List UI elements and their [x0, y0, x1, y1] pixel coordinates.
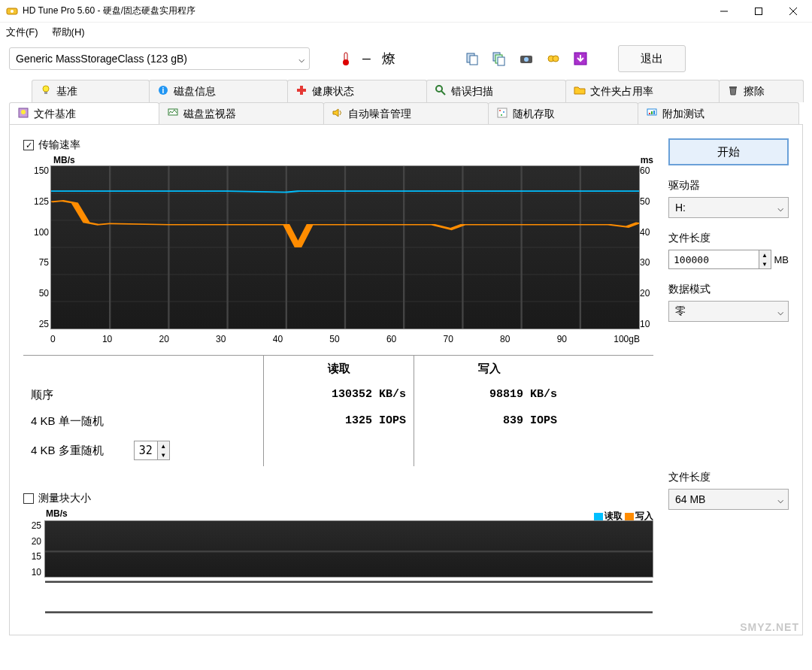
- chart-ylabel-left: MB/s: [53, 155, 75, 165]
- exit-button[interactable]: 退出: [618, 45, 686, 72]
- results-table: 读取 写入 顺序 130352 KB/s 98819 KB/s 4 KB 单一随…: [23, 355, 653, 466]
- filelen-spinner[interactable]: 100000 ▲▼: [668, 250, 771, 269]
- svg-point-16: [553, 56, 559, 62]
- folder-icon: [574, 84, 586, 99]
- tab-plus[interactable]: 健康状态: [287, 80, 427, 102]
- copy-all-icon[interactable]: [489, 48, 510, 69]
- tab-speaker[interactable]: 自动噪音管理: [323, 102, 489, 125]
- seq-read-value: 130352 KB/s: [264, 382, 414, 408]
- read-header: 读取: [264, 356, 414, 382]
- drive-select[interactable]: Generic MassStorageClass (123 gB) ⌵: [9, 47, 310, 70]
- temperature-icon[interactable]: [335, 48, 356, 69]
- svg-point-7: [343, 59, 349, 65]
- svg-text:i: i: [162, 86, 164, 95]
- drive-select-value: Generic MassStorageClass (123 gB): [16, 53, 187, 65]
- dropdown-icon: ⌵: [777, 305, 783, 317]
- tab-row-1: 基准i磁盘信息健康状态错误扫描文件夹占用率擦除: [32, 80, 803, 102]
- tab-folder[interactable]: 文件夹占用率: [565, 80, 720, 102]
- drive-letter-select[interactable]: H:⌵: [668, 197, 789, 218]
- maximize-button[interactable]: [741, 0, 776, 23]
- svg-rect-37: [653, 111, 655, 114]
- svg-line-25: [441, 91, 445, 95]
- dropdown-icon: ⌵: [298, 53, 304, 65]
- tab-bulb[interactable]: 基准: [32, 80, 150, 102]
- info-icon: i: [157, 84, 169, 99]
- rand4k-write-value: 839 IOPS: [414, 408, 565, 435]
- block-size-checkbox[interactable]: 测量块大小: [23, 492, 653, 505]
- spinner-up-icon[interactable]: ▲: [158, 441, 169, 450]
- filelen2-select[interactable]: 64 MB⌵: [668, 489, 789, 510]
- svg-point-28: [21, 110, 26, 114]
- search-icon: [435, 84, 447, 99]
- drive-label: 驱动器: [668, 179, 789, 193]
- svg-point-1: [11, 10, 14, 13]
- svg-point-18: [43, 86, 49, 92]
- tab-extra[interactable]: 附加测试: [638, 102, 799, 125]
- spinner-up-icon[interactable]: ▲: [759, 250, 771, 259]
- svg-rect-3: [756, 8, 762, 14]
- start-button[interactable]: 开始: [668, 138, 789, 165]
- legend-read: 读取: [594, 511, 623, 521]
- svg-point-24: [436, 86, 442, 92]
- copy-icon[interactable]: [462, 48, 483, 69]
- checkbox-icon: ✓: [23, 140, 34, 150]
- transfer-chart: MB/s ms 150125100755025 605040302010: [23, 156, 653, 344]
- plus-icon: [295, 84, 308, 99]
- svg-rect-30: [498, 108, 507, 117]
- monitor-icon: [167, 107, 179, 121]
- file-bulb-icon: [17, 107, 29, 121]
- legend-write: 写入: [625, 511, 653, 521]
- blocksize-chart: MB/s 读取 写入 25201510: [23, 510, 653, 578]
- spinner-down-icon[interactable]: ▼: [759, 259, 771, 268]
- settings-icon[interactable]: [543, 48, 564, 69]
- tab-search[interactable]: 错误扫描: [426, 80, 566, 102]
- svg-rect-23: [297, 89, 306, 92]
- tab-trash[interactable]: 擦除: [719, 80, 804, 102]
- temp-readout: — 燎: [362, 50, 397, 68]
- svg-rect-36: [651, 111, 653, 114]
- tab-random[interactable]: 随机存取: [488, 102, 638, 125]
- extra-icon: [646, 107, 658, 121]
- seq-write-value: 98819 KB/s: [414, 382, 565, 408]
- window-title: HD Tune Pro 5.60 - 硬盘/固态硬盘实用程序: [23, 5, 707, 17]
- rand4kmulti-label: 4 KB 多重随机: [31, 444, 104, 458]
- rand4k-read-value: 1325 IOPS: [264, 408, 414, 435]
- close-button[interactable]: [776, 0, 810, 23]
- app-icon: [6, 5, 18, 17]
- svg-point-32: [503, 111, 504, 113]
- svg-point-33: [501, 114, 502, 116]
- bulb-icon: [40, 84, 52, 99]
- filelen2-label: 文件长度: [668, 471, 789, 484]
- transfer-rate-checkbox[interactable]: ✓ 传输速率: [23, 138, 653, 152]
- svg-rect-35: [649, 113, 650, 114]
- checkbox-icon: [23, 493, 34, 504]
- spinner-down-icon[interactable]: ▼: [158, 450, 169, 459]
- rand4k-label: 4 KB 单一随机: [23, 408, 264, 435]
- pattern-select[interactable]: 零⌵: [668, 301, 789, 322]
- trash-icon: [727, 84, 739, 99]
- queue-depth-spinner[interactable]: 32 ▲▼: [134, 441, 170, 460]
- menu-file[interactable]: 文件(F): [6, 26, 38, 39]
- svg-rect-9: [470, 56, 477, 65]
- tab-monitor[interactable]: 磁盘监视器: [159, 102, 324, 125]
- dropdown-icon: ⌵: [777, 493, 783, 505]
- save-icon[interactable]: [570, 48, 591, 69]
- screenshot-icon[interactable]: [516, 48, 537, 69]
- menu-help[interactable]: 帮助(H): [52, 26, 85, 39]
- tab-file-bulb[interactable]: 文件基准: [9, 102, 159, 125]
- svg-rect-26: [729, 86, 737, 88]
- svg-point-31: [499, 110, 501, 111]
- speaker-icon: [332, 107, 344, 121]
- tab-info[interactable]: i磁盘信息: [149, 80, 289, 102]
- chart-ylabel-right: ms: [641, 155, 653, 165]
- side-panel: 开始 驱动器 H:⌵ 文件长度 100000 ▲▼ MB 数据模式 零⌵ 文件长…: [668, 138, 789, 578]
- tab-row-2: 文件基准磁盘监视器自动噪音管理随机存取附加测试: [9, 102, 803, 125]
- filelen-label: 文件长度: [668, 232, 789, 245]
- menubar: 文件(F) 帮助(H): [0, 23, 812, 42]
- minimize-button[interactable]: [707, 0, 741, 23]
- svg-rect-19: [44, 92, 47, 94]
- seq-label: 顺序: [23, 382, 264, 408]
- svg-rect-12: [498, 57, 504, 65]
- watermark: SMYZ.NET: [740, 621, 799, 633]
- svg-point-14: [524, 57, 529, 62]
